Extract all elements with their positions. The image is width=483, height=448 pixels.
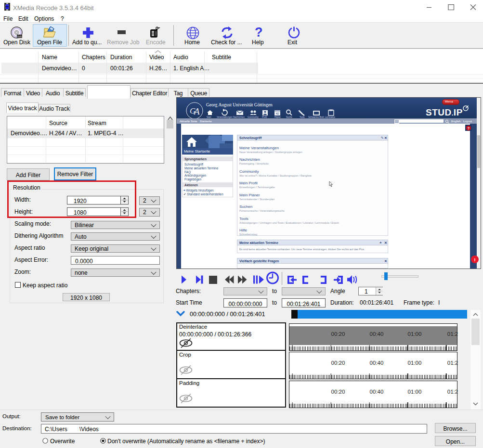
svg-text:DVD: DVD (17, 36, 22, 38)
svg-text:42: 42 (276, 112, 279, 115)
svg-text:?: ? (468, 126, 470, 130)
svg-text:!: ! (474, 257, 476, 262)
svg-text:A: A (193, 106, 200, 116)
